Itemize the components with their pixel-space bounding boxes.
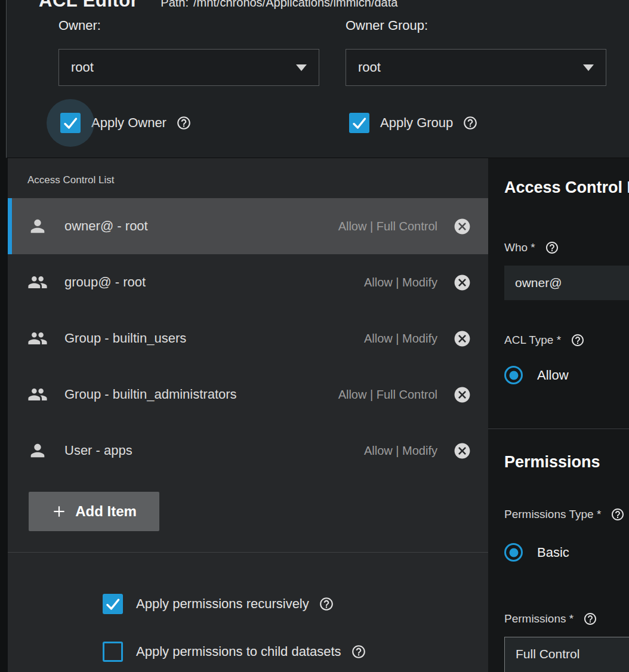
person-icon	[27, 440, 48, 461]
help-icon[interactable]	[583, 612, 597, 626]
ace-permission: Allow | Modify	[364, 276, 437, 289]
remove-entry-icon[interactable]	[453, 386, 471, 404]
acl-list-title: Access Control List	[27, 174, 115, 186]
plus-icon	[51, 504, 67, 519]
permissions-field-label: Permissions *	[504, 612, 597, 626]
path-label: Path:	[161, 0, 189, 9]
owner-group-select-value: root	[358, 60, 381, 75]
ace-detail-panel: Access Control Entry Who * owner@ ACL Ty…	[488, 158, 629, 672]
acl-type-field-label: ACL Type *	[504, 333, 585, 347]
help-icon[interactable]	[545, 241, 559, 255]
remove-entry-icon[interactable]	[453, 442, 471, 460]
path-value: /mnt/chronos/Applications/immich/data	[193, 0, 397, 9]
person-icon	[27, 216, 48, 236]
permissions-section-title: Permissions	[504, 453, 600, 471]
who-input[interactable]: owner@	[504, 266, 629, 300]
ace-who: group@ - root	[64, 275, 364, 290]
acl-list-rows: owner@ - root Allow | Full Control group…	[8, 198, 488, 479]
acl-row-owner[interactable]: owner@ - root Allow | Full Control	[8, 198, 488, 254]
dataset-path: Path:/mnt/chronos/Applications/immich/da…	[161, 0, 397, 10]
help-icon[interactable]	[571, 333, 585, 347]
add-item-button[interactable]: Add Item	[29, 492, 159, 531]
ace-permission: Allow | Modify	[364, 332, 437, 346]
title-row: ACL Editor Path:/mnt/chronos/Application…	[39, 0, 397, 11]
apply-owner-checkbox[interactable]	[60, 113, 81, 133]
ace-who: Group - builtin_users	[64, 331, 364, 346]
owner-group-label: Owner Group:	[346, 18, 428, 33]
apply-child-datasets-row: Apply permissions to child datasets	[103, 642, 366, 662]
acl-type-allow-option: Allow	[504, 366, 569, 384]
permissions-type-basic-option: Basic	[504, 543, 569, 562]
apply-recursive-row: Apply permissions recursively	[103, 594, 334, 614]
help-icon[interactable]	[319, 596, 334, 612]
apply-recursive-label: Apply permissions recursively	[136, 596, 309, 612]
help-icon[interactable]	[176, 115, 192, 131]
permissions-type-field-label: Permissions Type *	[504, 507, 625, 522]
remove-entry-icon[interactable]	[453, 217, 471, 236]
group-icon	[27, 384, 48, 405]
ace-panel-title: Access Control Entry	[504, 178, 629, 197]
apply-group-label: Apply Group	[380, 115, 453, 131]
acl-editor-header: ACL Editor Path:/mnt/chronos/Application…	[6, 0, 629, 158]
acl-type-allow-radio[interactable]	[504, 366, 523, 384]
acl-type-allow-label: Allow	[537, 368, 569, 383]
owner-label: Owner:	[58, 18, 101, 33]
owner-select[interactable]: root	[58, 49, 319, 86]
acl-list-panel: Access Control List owner@ - root Allow …	[8, 158, 488, 672]
ace-permission: Allow | Full Control	[338, 220, 437, 233]
permissions-type-basic-radio[interactable]	[504, 543, 523, 562]
remove-entry-icon[interactable]	[453, 329, 471, 348]
acl-row-builtin-users[interactable]: Group - builtin_users Allow | Modify	[8, 310, 488, 366]
apply-group-row: Apply Group	[349, 113, 478, 133]
group-icon	[27, 328, 48, 349]
ace-permission: Allow | Modify	[364, 444, 437, 458]
apply-child-datasets-label: Apply permissions to child datasets	[136, 644, 341, 659]
ace-permission: Allow | Full Control	[338, 388, 437, 402]
apply-group-checkbox[interactable]	[349, 113, 369, 133]
acl-row-group[interactable]: group@ - root Allow | Modify	[8, 254, 488, 310]
acl-row-user-apps[interactable]: User - apps Allow | Modify	[8, 423, 488, 479]
ace-who: Group - builtin_administrators	[64, 387, 338, 402]
owner-select-value: root	[71, 60, 94, 75]
owner-group-select[interactable]: root	[346, 49, 606, 86]
help-icon[interactable]	[351, 644, 366, 659]
chevron-down-icon	[583, 64, 594, 71]
ace-who: User - apps	[64, 443, 364, 458]
apply-owner-row: Apply Owner	[60, 113, 192, 133]
apply-child-datasets-checkbox[interactable]	[103, 642, 123, 662]
help-icon[interactable]	[462, 115, 478, 131]
chevron-down-icon	[296, 64, 307, 71]
add-item-label: Add Item	[75, 503, 137, 520]
divider	[8, 552, 488, 553]
permissions-select[interactable]: Full Control	[504, 637, 629, 672]
group-icon	[27, 272, 48, 292]
apply-recursive-checkbox[interactable]	[103, 594, 123, 614]
help-icon[interactable]	[610, 507, 625, 522]
permissions-type-basic-label: Basic	[537, 545, 569, 560]
ace-who: owner@ - root	[64, 218, 338, 234]
page-title: ACL Editor	[39, 0, 138, 11]
who-field-label: Who *	[504, 241, 559, 255]
acl-row-builtin-administrators[interactable]: Group - builtin_administrators Allow | F…	[8, 366, 488, 423]
remove-entry-icon[interactable]	[453, 273, 471, 292]
apply-owner-label: Apply Owner	[91, 115, 166, 131]
divider	[488, 429, 629, 429]
